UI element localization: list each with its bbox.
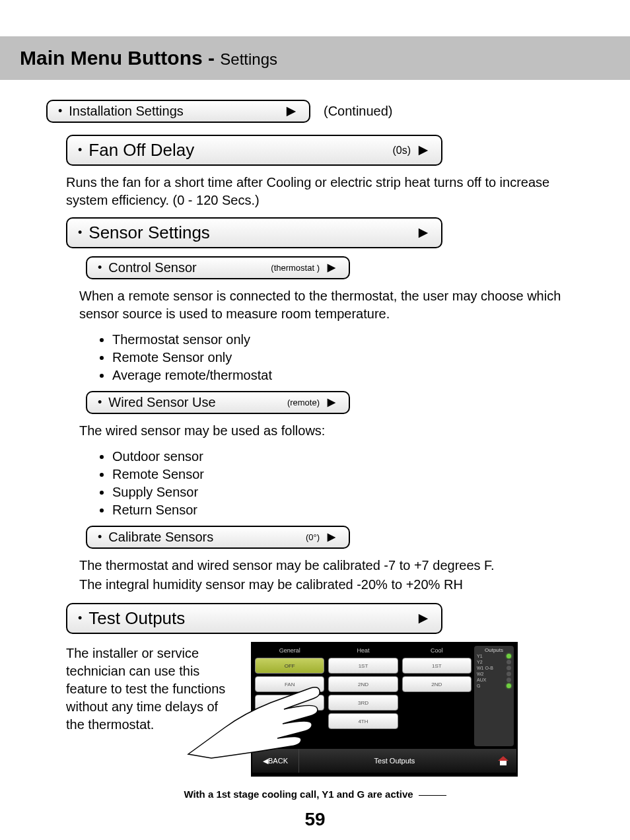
back-button[interactable]: ◀BACK: [252, 749, 299, 773]
page-header: Main Menu Buttons - Settings: [0, 36, 630, 80]
caption-text: With a 1st stage cooling call, Y1 and G …: [184, 788, 413, 800]
control-sensor-value: (thermostat ): [271, 263, 320, 273]
test-outputs-desc: The installer or service technician can …: [66, 645, 231, 734]
screen-title: Test Outputs: [299, 757, 490, 765]
chevron-right-icon: [284, 106, 298, 118]
test-outputs-screen: General OFF FAN M. HEAT Heat 1ST 2ND 3RD…: [251, 642, 518, 777]
list-item: Remote Sensor: [112, 466, 584, 483]
bullet-icon: •: [58, 104, 62, 118]
led-icon: [507, 678, 511, 682]
heat-3rd-button[interactable]: 3RD: [328, 695, 398, 711]
wired-sensor-label: Wired Sensor Use: [108, 395, 215, 410]
continued-label: (Continued): [324, 104, 393, 119]
title-bold: Main Menu Buttons: [20, 47, 203, 69]
chevron-right-icon: [416, 227, 431, 239]
led-icon: [507, 666, 511, 670]
heat-head: Heat: [328, 646, 398, 655]
home-icon: [498, 756, 508, 765]
led-icon: [507, 672, 511, 676]
chevron-right-icon: [325, 263, 338, 273]
chevron-right-icon: [416, 613, 431, 625]
wired-sensor-desc: The wired sensor may be used as follows:: [79, 422, 584, 440]
wired-sensor-item[interactable]: •Wired Sensor Use (remote): [86, 391, 350, 414]
chevron-right-icon: [416, 145, 431, 157]
title-sep: -: [203, 47, 221, 69]
caption-line: [419, 795, 446, 796]
led-icon: [507, 683, 511, 688]
list-item: Thermostat sensor only: [112, 331, 584, 349]
installation-row: •Installation Settings (Continued): [46, 100, 584, 123]
fan-button[interactable]: FAN: [255, 676, 324, 692]
calibrate-value: (0°): [306, 532, 320, 542]
test-outputs-label: Test Outputs: [88, 608, 185, 629]
wired-sensor-options: Outdoor sensor Remote Sensor Supply Sens…: [112, 448, 584, 519]
installation-settings-item[interactable]: •Installation Settings: [46, 100, 310, 123]
sensor-settings-label: Sensor Settings: [88, 223, 210, 243]
list-item: Average remote/thermostat: [112, 367, 584, 384]
test-screen-wrapper: General OFF FAN M. HEAT Heat 1ST 2ND 3RD…: [251, 642, 518, 777]
general-column: General OFF FAN M. HEAT: [255, 646, 324, 746]
test-screen-main: General OFF FAN M. HEAT Heat 1ST 2ND 3RD…: [252, 643, 474, 749]
calibrate-desc1: The thermostat and wired sensor may be c…: [79, 557, 584, 575]
calibrate-sensors-item[interactable]: •Calibrate Sensors (0°): [86, 526, 350, 549]
led-icon: [507, 654, 511, 658]
heat-column: Heat 1ST 2ND 3RD 4TH: [328, 646, 398, 746]
chevron-right-icon: [325, 398, 338, 408]
back-label: BACK: [268, 757, 288, 765]
fan-off-delay-item[interactable]: •Fan Off Delay (0s): [66, 135, 442, 166]
output-y1: Y1: [475, 653, 512, 659]
list-item: Return Sensor: [112, 501, 584, 519]
chevron-right-icon: [325, 532, 338, 543]
fan-off-delay-value: (0s): [392, 145, 411, 157]
title-light: Settings: [220, 50, 277, 68]
outputs-head: Outputs: [475, 647, 512, 653]
control-sensor-item[interactable]: •Control Sensor (thermostat ): [86, 256, 350, 279]
bullet-icon: •: [98, 530, 102, 544]
home-button[interactable]: [490, 756, 516, 765]
off-button[interactable]: OFF: [255, 658, 324, 674]
mheat-button[interactable]: M. HEAT: [255, 695, 324, 711]
installation-label: Installation Settings: [69, 104, 183, 119]
test-caption: With a 1st stage cooling call, Y1 and G …: [46, 788, 584, 800]
cool-column: Cool 1ST 2ND: [402, 646, 472, 746]
test-screen-top: General OFF FAN M. HEAT Heat 1ST 2ND 3RD…: [252, 643, 516, 749]
test-outputs-row: The installer or service technician can …: [46, 642, 584, 777]
bullet-icon: •: [98, 261, 102, 275]
output-w1: W1 O-B: [475, 665, 512, 671]
bullet-icon: •: [78, 226, 82, 240]
control-sensor-label: Control Sensor: [108, 260, 196, 275]
cool-2nd-button[interactable]: 2ND: [402, 676, 472, 692]
cool-head: Cool: [402, 646, 472, 655]
output-w2: W2: [475, 671, 512, 677]
control-sensor-options: Thermostat sensor only Remote Sensor onl…: [112, 331, 584, 384]
fan-off-delay-desc: Runs the fan for a short time after Cool…: [66, 174, 584, 209]
heat-4th-button[interactable]: 4TH: [328, 713, 398, 729]
cool-1st-button[interactable]: 1ST: [402, 658, 472, 674]
bullet-icon: •: [78, 143, 82, 157]
sensor-settings-item[interactable]: •Sensor Settings: [66, 217, 442, 248]
test-outputs-item[interactable]: •Test Outputs: [66, 603, 442, 634]
list-item: Remote Sensor only: [112, 349, 584, 367]
list-item: Outdoor sensor: [112, 448, 584, 466]
heat-1st-button[interactable]: 1ST: [328, 658, 398, 674]
general-head: General: [255, 646, 324, 655]
content: •Installation Settings (Continued) •Fan …: [0, 80, 630, 830]
page-title: Main Menu Buttons - Settings: [20, 47, 610, 69]
output-y2: Y2: [475, 659, 512, 665]
output-aux: AUX: [475, 677, 512, 683]
calibrate-desc2: The integral humidity sensor may be cali…: [79, 576, 584, 594]
heat-2nd-button[interactable]: 2ND: [328, 676, 398, 692]
control-sensor-desc: When a remote sensor is connected to the…: [79, 287, 584, 323]
calibrate-label: Calibrate Sensors: [108, 530, 213, 545]
wired-sensor-value: (remote): [287, 398, 320, 407]
bullet-icon: •: [98, 396, 102, 409]
outputs-panel: Outputs Y1 Y2 W1 O-B W2 AUX G: [474, 646, 514, 746]
page-number: 59: [46, 809, 584, 830]
test-screen-bottom: ◀BACK Test Outputs: [252, 749, 516, 773]
list-item: Supply Sensor: [112, 483, 584, 501]
led-icon: [507, 660, 511, 664]
output-g: G: [475, 683, 512, 689]
bullet-icon: •: [78, 612, 82, 625]
fan-off-delay-label: Fan Off Delay: [88, 140, 194, 160]
